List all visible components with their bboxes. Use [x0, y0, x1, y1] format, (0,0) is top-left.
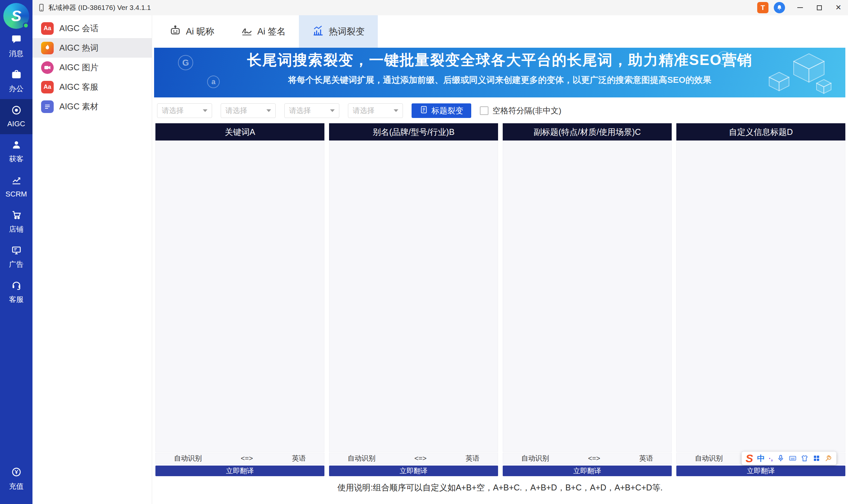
filter-select-2[interactable]: 请选择 — [221, 103, 276, 118]
filter-select-1[interactable]: 请选择 — [157, 103, 212, 118]
nav-label: 办公 — [9, 84, 23, 94]
language-row: 自动识别 S 中 ·, — [676, 453, 845, 464]
nav-item-ads[interactable]: 广告 — [0, 239, 33, 275]
tab-ai-nickname[interactable]: Ai 昵称 — [156, 15, 228, 48]
maximize-icon — [817, 5, 822, 10]
nav-label: 充值 — [9, 482, 23, 491]
swap-languages-button[interactable]: <=> — [415, 454, 427, 462]
minimize-button[interactable] — [790, 0, 810, 15]
sogou-logo-icon[interactable]: S — [745, 453, 753, 464]
signature-icon — [241, 24, 253, 39]
nav-label: SCRM — [6, 190, 27, 198]
app-logo[interactable]: S — [3, 3, 29, 29]
nav-item-shop[interactable]: 店铺 — [0, 204, 33, 239]
column-keyword-a: 关键词A 自动识别 <=> 英语 立即翻译 — [156, 123, 324, 476]
translate-now-button[interactable]: 立即翻译 — [329, 466, 498, 476]
toolbox-grid-icon[interactable] — [813, 454, 820, 462]
alias-b-textarea[interactable] — [329, 141, 498, 452]
submenu-label: AIGC 客服 — [59, 82, 98, 92]
select-placeholder: 请选择 — [225, 106, 247, 116]
title-fission-button[interactable]: 标题裂变 — [412, 103, 471, 118]
submenu-item-aigc-chat[interactable]: Aa AIGC 会话 — [33, 19, 152, 38]
document-icon — [419, 105, 428, 116]
keyword-a-textarea[interactable] — [156, 141, 324, 452]
chat-icon — [11, 34, 21, 46]
source-language[interactable]: 自动识别 — [695, 454, 723, 463]
window-title: 私域神器 (ID-386176) Ver 3.4.1.1 — [48, 3, 151, 12]
translate-now-button[interactable]: 立即翻译 — [156, 466, 324, 476]
submenu-item-aigc-hotwords[interactable]: AIGC 热词 — [33, 38, 152, 58]
aa-badge-icon: Aa — [41, 81, 54, 93]
space-separator-checkbox[interactable]: 空格符分隔(非中文) — [480, 105, 561, 116]
filter-select-4[interactable]: 请选择 — [348, 103, 403, 118]
select-placeholder: 请选择 — [289, 106, 311, 116]
chevron-down-icon — [330, 109, 335, 112]
tab-hotword-fission[interactable]: 热词裂变 — [299, 15, 378, 48]
aigc-disc-icon — [11, 105, 21, 116]
source-language[interactable]: 自动识别 — [348, 454, 376, 463]
banner-subtitle: 将每个长尾关键词扩展，通过添加前缀、后缀或同义词来创建更多的变体，以更广泛的搜索… — [288, 74, 711, 86]
filterbar: 请选择 请选择 请选择 请选择 标题裂变 空格符分隔(非中文) — [152, 97, 848, 118]
column-header: 关键词A — [156, 123, 324, 141]
column-header: 自定义信息标题D — [676, 123, 845, 141]
ime-chinese-mode-toggle[interactable]: 中 — [757, 453, 765, 464]
chevron-down-icon — [203, 109, 208, 112]
target-language[interactable]: 英语 — [292, 454, 306, 463]
tab-label: Ai 昵称 — [186, 25, 214, 37]
skin-icon[interactable] — [800, 454, 809, 462]
filter-select-3[interactable]: 请选择 — [284, 103, 339, 118]
language-row: 自动识别 <=> 英语 — [156, 453, 324, 464]
notification-icon[interactable] — [774, 2, 785, 13]
maximize-button[interactable] — [810, 0, 829, 15]
translate-now-button[interactable]: 立即翻译 — [676, 466, 845, 476]
tab-ai-signature[interactable]: Ai 签名 — [228, 15, 299, 48]
source-language[interactable]: 自动识别 — [174, 454, 202, 463]
promo-icon[interactable]: T — [757, 2, 769, 13]
swap-languages-button[interactable]: <=> — [588, 454, 600, 462]
source-language[interactable]: 自动识别 — [521, 454, 549, 463]
column-custom-d: 自定义信息标题D 自动识别 S 中 ·, — [676, 123, 845, 476]
submenu-label: AIGC 热词 — [59, 42, 98, 53]
target-language[interactable]: 英语 — [639, 454, 653, 463]
trend-chart-icon — [11, 175, 21, 187]
column-header: 别名(品牌/型号/行业)B — [329, 123, 498, 141]
ime-punctuation-toggle[interactable]: ·, — [769, 455, 773, 462]
column-subtitle-c: 副标题(特点/材质/使用场景)C 自动识别 <=> 英语 立即翻译 — [503, 123, 672, 476]
button-label: 标题裂变 — [431, 105, 463, 116]
nav-item-aigc[interactable]: AIGC — [0, 99, 33, 134]
subtitle-c-textarea[interactable] — [503, 141, 672, 452]
translate-now-button[interactable]: 立即翻译 — [503, 466, 672, 476]
column-alias-b: 别名(品牌/型号/行业)B 自动识别 <=> 英语 立即翻译 — [329, 123, 498, 476]
sogou-ime-toolbar: S 中 ·, — [742, 452, 836, 465]
main-content: Ai 昵称 Ai 签名 热词裂变 G a ♪ 长尾词 — [152, 15, 848, 504]
keyboard-icon[interactable] — [789, 454, 797, 462]
submenu-item-aigc-images[interactable]: AIGC 图片 — [33, 58, 152, 77]
person-icon — [11, 140, 21, 151]
nav-label: AIGC — [7, 120, 25, 128]
nav-item-messages[interactable]: 消息 — [0, 29, 33, 64]
custom-d-textarea[interactable] — [676, 141, 845, 452]
checkbox-box — [480, 106, 488, 115]
minimize-icon — [797, 7, 803, 8]
language-row: 自动识别 <=> 英语 — [329, 453, 498, 464]
tab-label: Ai 签名 — [257, 25, 286, 37]
wrench-icon[interactable] — [825, 454, 832, 462]
nav-label: 获客 — [9, 154, 23, 164]
submenu-item-aigc-service[interactable]: Aa AIGC 客服 — [33, 77, 152, 97]
titlebar: 私域神器 (ID-386176) Ver 3.4.1.1 T ✕ — [33, 0, 848, 15]
google-logo-decoration: G — [178, 55, 193, 70]
list-icon — [41, 101, 54, 113]
aa-badge-icon: Aa — [41, 22, 54, 35]
swap-languages-button[interactable]: <=> — [241, 454, 253, 462]
submenu-item-aigc-materials[interactable]: AIGC 素材 — [33, 97, 152, 116]
online-status-dot — [23, 22, 29, 29]
nav-item-leads[interactable]: 获客 — [0, 134, 33, 169]
target-language[interactable]: 英语 — [466, 454, 480, 463]
nav-item-support[interactable]: 客服 — [0, 275, 33, 310]
video-camera-icon — [41, 61, 54, 74]
nav-item-recharge[interactable]: 充值 — [0, 462, 33, 497]
microphone-icon[interactable] — [777, 454, 785, 462]
nav-item-office[interactable]: 办公 — [0, 64, 33, 99]
nav-item-scrm[interactable]: SCRM — [0, 169, 33, 204]
close-button[interactable]: ✕ — [829, 0, 848, 15]
